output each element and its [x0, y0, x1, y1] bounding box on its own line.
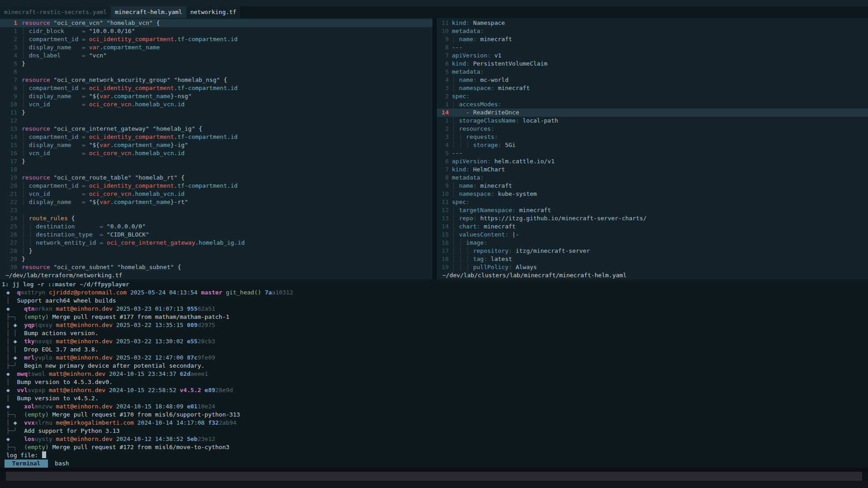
code-line[interactable]: 15│ valuesContent: |-	[437, 231, 868, 239]
code-line[interactable]: 6	[0, 68, 432, 76]
code-segment: vvl	[17, 387, 27, 393]
code-line[interactable]: 30resource "oci_core_subnet" "homelab_su…	[0, 263, 432, 271]
code-segment: │	[452, 36, 459, 43]
code-line-cursor[interactable]: 14│ │ - ReadWriteOnce	[437, 109, 868, 117]
code-line[interactable]: 1│ storageClassName: local-path	[437, 117, 868, 125]
code-segment: 5Gi	[505, 142, 515, 148]
code-line[interactable]: 8---	[437, 43, 868, 52]
code-line[interactable]: 7apiVersion: v1	[437, 52, 868, 60]
code-line[interactable]: 10│ vcn_id = oci_core_vcn.homelab_vcn.id	[0, 100, 432, 109]
code-line[interactable]: 18	[0, 166, 432, 174]
code-segment: │	[452, 182, 459, 189]
code-line[interactable]: 21│ vcn_id = oci_core_vcn.homelab_vcn.id	[0, 190, 432, 198]
code-line[interactable]: 1│ accessModes:	[437, 100, 868, 109]
code-text: ---	[452, 44, 462, 51]
code-line[interactable]: 11spec:	[437, 198, 868, 206]
code-line[interactable]: 11kind: Namespace	[437, 19, 868, 27]
terminal-tab[interactable]: bash	[51, 460, 73, 468]
code-segment: name	[459, 36, 473, 43]
code-line[interactable]: 22│ display_name = "${var.compartment_na…	[0, 198, 432, 206]
code-segment: .homelab_vcn.id	[132, 150, 185, 156]
code-line[interactable]: 25│ │ destination = "0.0.0.0/0"	[0, 223, 432, 231]
code-line[interactable]: 10│ namespace: kube-system	[437, 190, 868, 198]
code-segment: matt@einhorn.dev	[56, 338, 113, 345]
code-line[interactable]: 17│ │ │ repository: itzg/minecraft-serve…	[437, 247, 868, 255]
code-line[interactable]: 14│ compartment_id = oci_identity_compar…	[0, 133, 432, 141]
code-line[interactable]: 2│ resources:	[437, 125, 868, 133]
code-line[interactable]: 23	[0, 206, 432, 214]
code-segment	[17, 411, 24, 418]
code-line[interactable]: 5---	[437, 149, 868, 157]
code-line[interactable]: 13│ repo: https://itzg.github.io/minecra…	[437, 214, 868, 223]
code-line[interactable]: 3│ display_name = var.compartment_name	[0, 43, 432, 52]
terminal-tab[interactable]: Terminal	[5, 460, 48, 468]
code-text: spec:	[452, 93, 470, 99]
code-segment	[17, 322, 24, 328]
code-segment: :	[473, 76, 480, 83]
code-line[interactable]: 9│ name: minecraft	[437, 182, 868, 190]
buffer-tab[interactable]: networking.tf	[186, 6, 241, 18]
code-line[interactable]: 12	[0, 117, 432, 125]
code-line[interactable]: 9│ display_name = "${var.compartment_nam…	[0, 92, 432, 100]
code-line[interactable]: 5}	[0, 60, 432, 68]
code-line[interactable]: 2│ compartment_id = oci_identity_compart…	[0, 35, 432, 43]
code-line[interactable]: 19│ │ │ pullPolicy: Always	[437, 263, 868, 271]
code-line[interactable]: 7kind: HelmChart	[437, 166, 868, 174]
line-number: 7	[439, 52, 449, 60]
code-line[interactable]: 13resource "oci_core_internet_gateway" "…	[0, 125, 432, 133]
code-line[interactable]: 29}	[0, 255, 432, 263]
code-line[interactable]: 4│ dns_label = "vcn"	[0, 52, 432, 60]
code-line[interactable]: 20│ compartment_id = oci_identity_compar…	[0, 182, 432, 190]
code-line[interactable]: 27│ │ network_entity_id = oci_core_inter…	[0, 239, 432, 247]
code-line[interactable]: 15│ display_name = "${var.compartment_na…	[0, 141, 432, 149]
code-segment	[17, 427, 24, 434]
code-segment: 2ab94	[219, 419, 237, 426]
code-line[interactable]: 3│ │ requests:	[437, 133, 868, 141]
code-line[interactable]: 9│ name: minecraft	[437, 35, 868, 43]
code-segment: .tf-compartment.id	[174, 36, 238, 43]
code-line-cursor[interactable]: 1resource "oci_core_vcn" "homelab_vcn" {	[0, 19, 432, 27]
code-line[interactable]: 10metadata:	[437, 27, 868, 35]
code-text: }	[22, 256, 25, 262]
code-line[interactable]: 26│ │ destination_type = "CIDR_BLOCK"	[0, 231, 432, 239]
bufferline-area: minecraft-restic-secrets.yamlminecraft-h…	[0, 0, 868, 18]
code-line[interactable]: 16│ │ image:	[437, 239, 868, 247]
code-segment: :	[505, 231, 512, 238]
code-segment: 28cb3	[198, 338, 215, 345]
code-line[interactable]: 2spec:	[437, 92, 868, 100]
code-segment: minecraft	[480, 182, 512, 189]
code-segment: 2025-03-23 01:07:13	[116, 305, 184, 312]
code-line[interactable]: 1│ cidr_block = "10.0.0.0/16"	[0, 27, 432, 35]
code-segment: ◆	[6, 289, 10, 296]
code-segment: 2024-10-12 14:38:52	[116, 436, 184, 442]
code-line[interactable]: 6apiVersion: helm.cattle.io/v1	[437, 157, 868, 166]
code-line[interactable]: 28│ }	[0, 247, 432, 255]
code-segment: 5eb	[187, 436, 197, 442]
code-segment	[17, 346, 24, 353]
code-line[interactable]: 8metadata:	[437, 174, 868, 182]
log-file-prompt[interactable]: log file:	[0, 451, 868, 460]
code-line[interactable]: 4│ name: mc-world	[437, 76, 868, 84]
code-line[interactable]: 14│ chart: minecraft	[437, 223, 868, 231]
code-segment: │	[452, 125, 459, 132]
code-line[interactable]: 19resource "oci_core_route_table" "homel…	[0, 174, 432, 182]
buffer-tab[interactable]: minecraft-helm.yaml	[111, 6, 186, 18]
code-line[interactable]: 4│ │ │ storage: 5Gi	[437, 141, 868, 149]
code-line[interactable]: 3│ namespace: minecraft	[437, 84, 868, 92]
code-segment: storageClassName	[459, 117, 516, 124]
code-line[interactable]: 17}	[0, 157, 432, 166]
code-line[interactable]: 6kind: PersistentVolumeClaim	[437, 60, 868, 68]
code-line[interactable]: 18│ │ │ tag: latest	[437, 255, 868, 263]
code-line[interactable]: 7resource "oci_core_network_security_gro…	[0, 76, 432, 84]
log-line: │ ◆ vvxxlrnu me@mirkogalimberti.com 2024…	[0, 419, 868, 427]
code-segment: ---	[452, 44, 462, 51]
code-line[interactable]: 5metadata:	[437, 68, 868, 76]
buffer-tab[interactable]: minecraft-restic-secrets.yaml	[0, 6, 111, 18]
line-number: 22	[5, 198, 17, 206]
code-line[interactable]: 24│ route_rules {	[0, 214, 432, 223]
code-line[interactable]: 16│ vcn_id = oci_core_vcn.homelab_vcn.id	[0, 149, 432, 157]
code-segment: https://itzg.github.io/minecraft-server-…	[480, 215, 647, 222]
code-line[interactable]: 8│ compartment_id = oci_identity_compart…	[0, 84, 432, 92]
code-line[interactable]: 12│ targetNamespace: minecraft	[437, 206, 868, 214]
code-line[interactable]: 11}	[0, 109, 432, 117]
